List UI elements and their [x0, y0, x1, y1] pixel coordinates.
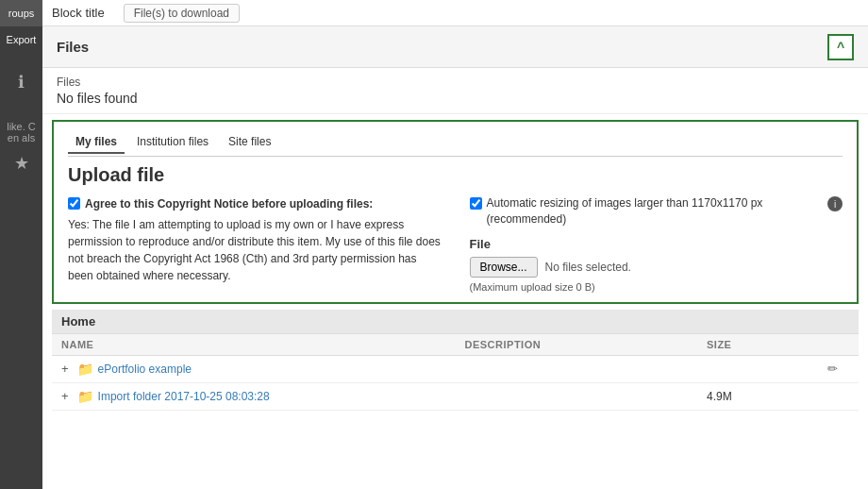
upload-title: Upload file	[68, 164, 843, 186]
row2-edit-cell	[818, 382, 859, 410]
table-header-row: NAME DESCRIPTION SIZE	[52, 334, 859, 356]
col-name: NAME	[52, 334, 456, 356]
main-content: Block title File(s) to download Files ^ …	[42, 0, 868, 489]
files-section-title: Files	[57, 39, 89, 55]
block-title-label: Block title	[52, 6, 105, 20]
export-label: Export	[7, 34, 37, 45]
star-icon[interactable]: ★	[14, 153, 29, 174]
copyright-checkbox[interactable]	[68, 197, 80, 210]
row1-name-cell: + 📁 ePortfolio example	[52, 355, 456, 382]
col-description: DESCRIPTION	[456, 334, 698, 356]
max-upload-size: (Maximum upload size 0 B)	[470, 281, 843, 293]
home-section: Home NAME DESCRIPTION SIZE + 📁 ePortfol	[52, 310, 859, 411]
auto-resize-checkbox[interactable]	[470, 197, 482, 210]
files-label: Files	[57, 76, 854, 89]
no-files-found: No files found	[57, 91, 854, 106]
collapse-button[interactable]: ^	[827, 34, 854, 60]
copyright-notice: Agree to this Copyright Notice before up…	[68, 195, 442, 284]
file-section-label: File	[470, 237, 843, 251]
add-icon-row1[interactable]: +	[61, 362, 69, 376]
auto-resize-info-icon[interactable]: i	[827, 196, 843, 211]
auto-resize-text: Automatic resizing of images larger than…	[487, 195, 824, 228]
groups-label: roups	[8, 8, 35, 19]
home-header: Home	[52, 310, 859, 334]
row1-file-link[interactable]: ePortfolio example	[98, 363, 192, 376]
add-icon-row2[interactable]: +	[61, 389, 69, 403]
row1-description	[456, 355, 698, 382]
row2-size: 4.9M	[697, 382, 818, 410]
folder-icon-row1: 📁	[77, 362, 93, 377]
tab-site-files[interactable]: Site files	[221, 131, 278, 154]
like-text: like. C en als	[0, 121, 42, 143]
header-bar: Block title File(s) to download	[42, 0, 868, 26]
copyright-text: Yes: The file I am attempting to upload …	[68, 218, 441, 282]
copyright-label: Agree to this Copyright Notice before up…	[85, 195, 373, 212]
upload-right: Automatic resizing of images larger than…	[470, 195, 843, 293]
row2-description	[456, 382, 698, 410]
upload-left: Agree to this Copyright Notice before up…	[68, 195, 442, 293]
table-row: + 📁 ePortfolio example ✏	[52, 355, 859, 382]
sidebar: roups Export ℹ like. C en als ★	[0, 0, 42, 489]
files-download-label: File(s) to download	[124, 4, 240, 23]
auto-resize-row: Automatic resizing of images larger than…	[470, 195, 843, 228]
col-size: SIZE	[697, 334, 818, 356]
row1-edit-cell: ✏	[818, 355, 859, 382]
row2-name-cell: + 📁 Import folder 2017-10-25 08:03:28	[52, 382, 456, 410]
col-actions	[818, 334, 859, 356]
folder-icon-row2: 📁	[77, 389, 93, 404]
sidebar-item-export[interactable]: Export	[0, 26, 42, 53]
row1-size	[697, 355, 818, 382]
copyright-checkbox-row: Agree to this Copyright Notice before up…	[68, 195, 442, 212]
files-info: Files No files found	[42, 68, 868, 114]
browse-button[interactable]: Browse...	[470, 257, 538, 278]
info-icon[interactable]: ℹ	[18, 72, 25, 93]
upload-tabs: My files Institution files Site files	[68, 131, 843, 157]
table-row: + 📁 Import folder 2017-10-25 08:03:28 4.…	[52, 382, 859, 410]
upload-section: My files Institution files Site files Up…	[52, 120, 859, 304]
row2-file-link[interactable]: Import folder 2017-10-25 08:03:28	[98, 390, 270, 403]
tab-my-files[interactable]: My files	[68, 131, 125, 154]
no-files-selected: No files selected.	[545, 261, 631, 274]
file-table: NAME DESCRIPTION SIZE + 📁 ePortfolio exa…	[52, 334, 859, 411]
tab-institution-files[interactable]: Institution files	[129, 131, 216, 154]
upload-body: Agree to this Copyright Notice before up…	[68, 195, 843, 293]
files-section-header: Files ^	[42, 26, 868, 68]
edit-icon-row1[interactable]: ✏	[827, 362, 838, 376]
sidebar-item-groups[interactable]: roups	[0, 0, 42, 26]
file-browse-row: Browse... No files selected.	[470, 257, 843, 278]
